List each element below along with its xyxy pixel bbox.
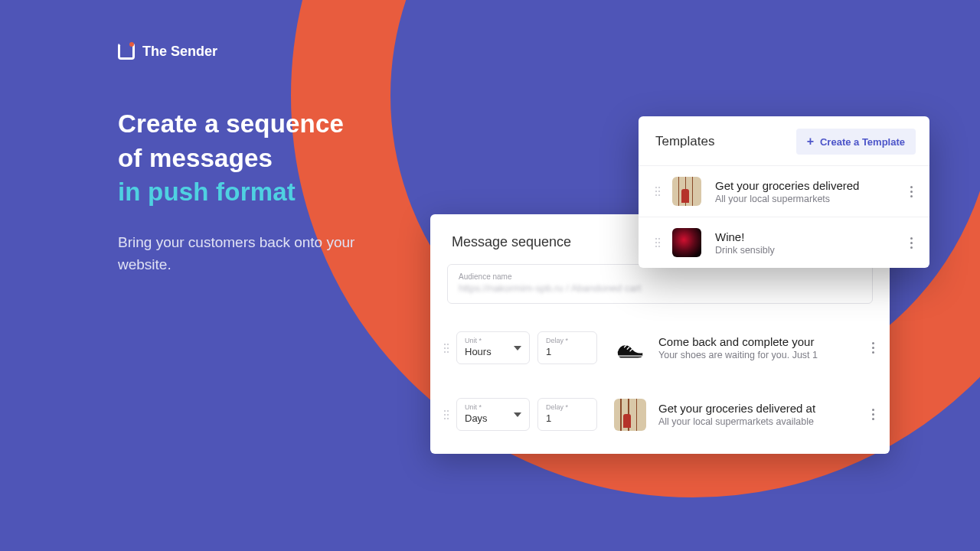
template-text: Get your groceries delivered All your lo… <box>715 179 894 204</box>
brand-name: The Sender <box>142 44 217 60</box>
template-text: Wine! Drink sensibly <box>715 230 894 256</box>
drag-handle-icon[interactable] <box>652 187 660 196</box>
template-subtitle: Drink sensibly <box>715 245 894 256</box>
unit-select[interactable]: Unit * Days <box>456 398 530 431</box>
template-row[interactable]: Get your groceries delivered All your lo… <box>639 165 929 217</box>
sequence-row: Unit * Days Delay * 1 Get your groceries… <box>430 392 890 437</box>
audience-field[interactable]: Audience name https://nakormim-spb.ru / … <box>447 264 873 304</box>
templates-title: Templates <box>655 134 714 149</box>
audience-label: Audience name <box>459 272 861 281</box>
delay-label: Delay * <box>546 403 589 411</box>
template-subtitle: All your local supermarkets <box>715 194 894 204</box>
row-menu-icon[interactable] <box>865 337 880 358</box>
unit-label: Unit * <box>465 403 521 411</box>
drag-handle-icon[interactable] <box>652 238 660 247</box>
hero-copy: Create a sequence of messages in push fo… <box>118 107 394 276</box>
drag-handle-icon[interactable] <box>441 410 449 419</box>
hero-line-3: in push format <box>118 175 394 210</box>
create-template-button[interactable]: + Create a Template <box>796 129 916 155</box>
delay-input[interactable]: Delay * 1 <box>537 398 597 431</box>
unit-value: Days <box>465 412 521 424</box>
message-title: Get your groceries delivered at <box>658 402 858 415</box>
template-row[interactable]: Wine! Drink sensibly <box>639 217 929 268</box>
template-title: Get your groceries delivered <box>715 179 894 192</box>
unit-label: Unit * <box>465 337 521 344</box>
logo-mark-icon <box>118 43 135 60</box>
sequence-row: Unit * Hours Delay * 1 Come back and com… <box>430 325 890 370</box>
hero-subtitle: Bring your customers back onto your webs… <box>118 231 394 276</box>
templates-card: Templates + Create a Template Get your g… <box>639 116 929 268</box>
audience-value: https://nakormim-spb.ru / Abandoned cart <box>459 282 861 294</box>
hero-line-2: of messages <box>118 144 273 172</box>
message-title: Come back and complete your <box>658 335 858 348</box>
template-thumbnail <box>672 228 701 257</box>
template-title: Wine! <box>715 230 894 243</box>
delay-value: 1 <box>546 346 589 357</box>
message-thumbnail <box>614 399 646 431</box>
message-subtitle: Your shoes are waiting for you. Just 1 <box>658 350 858 360</box>
unit-select[interactable]: Unit * Hours <box>456 331 530 364</box>
brand-logo: The Sender <box>118 43 217 60</box>
templates-header: Templates + Create a Template <box>639 116 929 165</box>
message-text: Get your groceries delivered at All your… <box>658 402 858 427</box>
message-thumbnail <box>614 332 646 364</box>
hero-line-1: Create a sequence <box>118 109 344 138</box>
row-menu-icon[interactable] <box>865 404 880 425</box>
create-template-label: Create a Template <box>820 136 905 148</box>
template-thumbnail <box>672 177 701 206</box>
shoe-icon <box>615 333 645 364</box>
row-menu-icon[interactable] <box>903 233 919 253</box>
plus-icon: + <box>807 135 814 148</box>
drag-handle-icon[interactable] <box>441 344 449 353</box>
hero-heading: Create a sequence of messages in push fo… <box>118 107 394 210</box>
delay-value: 1 <box>546 412 589 424</box>
message-subtitle: All your local supermarkets available <box>658 416 858 427</box>
delay-label: Delay * <box>546 337 589 344</box>
unit-value: Hours <box>465 346 521 357</box>
delay-input[interactable]: Delay * 1 <box>537 331 597 364</box>
message-text: Come back and complete your Your shoes a… <box>658 335 858 360</box>
row-menu-icon[interactable] <box>903 181 919 202</box>
